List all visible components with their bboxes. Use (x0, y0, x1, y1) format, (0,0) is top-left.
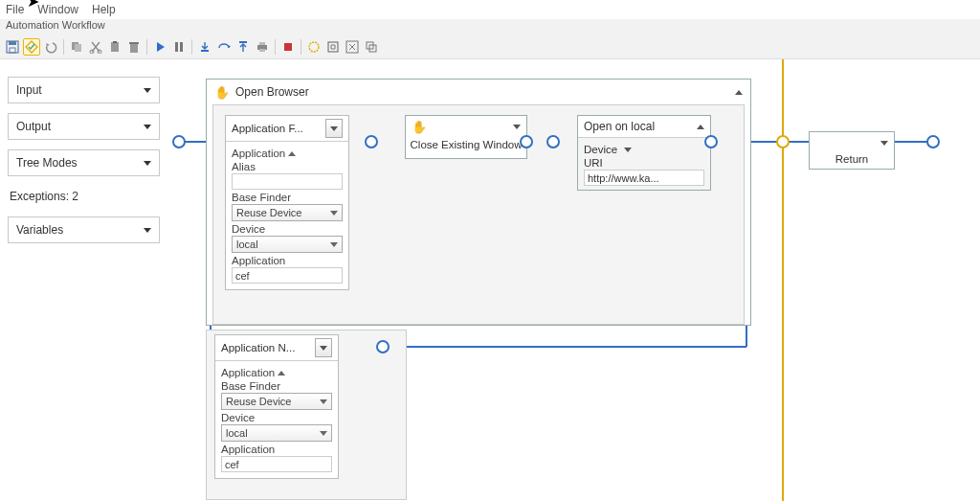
device-select[interactable]: local (221, 424, 332, 442)
base-finder-label: Base Finder (221, 380, 332, 392)
chevron-down-icon (144, 228, 151, 233)
workflow-canvas[interactable]: ✋Open Browser Application F... Applicati… (167, 59, 980, 501)
svg-rect-21 (284, 43, 292, 51)
svg-rect-11 (129, 42, 139, 44)
svg-rect-8 (111, 42, 119, 52)
delete-icon[interactable] (125, 38, 143, 56)
reuse-device-select[interactable]: Reuse Device (221, 393, 332, 410)
base-finder-label: Base Finder (232, 192, 343, 203)
uri-label: URI (584, 157, 704, 169)
application-input[interactable]: cef (221, 456, 332, 472)
step-out-icon[interactable] (234, 38, 252, 56)
step-over-icon[interactable] (215, 38, 233, 56)
svg-rect-14 (180, 42, 183, 52)
device-label: Device (584, 144, 704, 155)
menu-bar: File Window Help (0, 0, 980, 19)
in-port[interactable] (172, 135, 186, 148)
application-label: Application (232, 148, 343, 159)
stop-icon[interactable] (279, 38, 297, 56)
open-on-local-node[interactable]: Open on local Device URI http://www.ka..… (577, 115, 711, 191)
step-into-icon[interactable] (196, 38, 213, 56)
play-icon[interactable] (151, 38, 168, 56)
chevron-down-icon (144, 88, 151, 93)
alias-input[interactable] (232, 173, 343, 190)
device-label: Device (221, 412, 332, 423)
port[interactable] (546, 135, 560, 148)
port[interactable] (376, 340, 390, 353)
dropdown-button[interactable] (315, 338, 332, 357)
out-port[interactable] (926, 135, 940, 148)
svg-rect-17 (239, 41, 247, 43)
application-label: Application (221, 367, 332, 378)
hand-icon: ✋ (214, 86, 230, 99)
validate-icon[interactable] (23, 38, 40, 56)
dropdown-button[interactable] (325, 119, 343, 138)
device-select[interactable]: local (232, 236, 343, 253)
svg-rect-5 (75, 44, 81, 52)
chevron-down-icon (144, 125, 151, 129)
uri-input[interactable]: http://www.ka... (584, 170, 704, 186)
reuse-device-select[interactable]: Reuse Device (232, 204, 343, 221)
close-existing-window-node[interactable]: ✋ Close Existing Window (405, 115, 527, 159)
alias-label: Alias (232, 161, 343, 172)
open-browser-panel[interactable]: ✋Open Browser Application F... Applicati… (206, 79, 751, 326)
node-label: Close Existing Window (406, 137, 526, 154)
port[interactable] (365, 135, 378, 148)
port[interactable] (520, 135, 533, 148)
panel-title: Open Browser (235, 85, 309, 99)
undo-icon[interactable] (42, 38, 59, 56)
application2-label: Application (232, 255, 343, 266)
sidebar-output[interactable]: Output (8, 113, 160, 140)
application-n-group[interactable]: Application N... Application Base Finder… (214, 334, 339, 479)
svg-rect-1 (9, 41, 16, 45)
save-icon[interactable] (4, 38, 21, 56)
collapse-icon[interactable] (697, 125, 704, 129)
subheader-title: Automation Workflow (0, 19, 980, 34)
paste-icon[interactable] (106, 38, 123, 56)
sidebar-input[interactable]: Input (8, 77, 160, 103)
zoom-fit-icon[interactable] (324, 38, 342, 56)
expand-icon[interactable] (344, 38, 361, 56)
duplicate-icon[interactable] (363, 38, 380, 56)
application-f-group[interactable]: Application F... Application Alias Base … (225, 115, 349, 290)
svg-rect-13 (175, 42, 178, 52)
chevron-down-icon (144, 161, 151, 166)
device-label: Device (232, 223, 343, 235)
copy-icon[interactable] (68, 38, 85, 56)
toolbar-separator (191, 39, 192, 55)
merge-port[interactable] (776, 135, 790, 148)
chevron-down-icon[interactable] (513, 125, 521, 129)
toolbar-separator (301, 39, 301, 55)
sidebar-exceptions: Exceptions: 2 (8, 186, 160, 207)
node-title: Open on local (584, 120, 655, 133)
toolbar-separator (63, 39, 64, 55)
cut-icon[interactable] (87, 38, 104, 56)
sidebar-tree-modes[interactable]: Tree Modes (8, 149, 160, 176)
sidebar-variables[interactable]: Variables (8, 216, 160, 243)
menu-window[interactable]: Window (37, 3, 78, 16)
svg-rect-15 (201, 50, 209, 52)
svg-rect-10 (130, 44, 138, 53)
pause-icon[interactable] (170, 38, 188, 56)
svg-rect-23 (328, 42, 338, 52)
menu-file[interactable]: File (6, 3, 24, 16)
breakpoint-icon[interactable] (305, 38, 323, 56)
lower-branch-panel: Application N... Application Base Finder… (206, 330, 407, 500)
svg-point-22 (309, 42, 319, 52)
svg-rect-19 (259, 42, 265, 45)
collapse-icon[interactable] (735, 90, 743, 95)
sidebar: Input Output Tree Modes Exceptions: 2 Va… (0, 59, 167, 501)
hand-icon: ✋ (412, 121, 427, 133)
svg-rect-9 (113, 41, 117, 43)
node-label: Return (810, 153, 894, 169)
menu-help[interactable]: Help (92, 3, 116, 16)
chevron-down-icon[interactable] (880, 141, 888, 146)
application2-label: Application (221, 444, 332, 455)
svg-marker-12 (157, 42, 165, 52)
return-node[interactable]: Return (809, 131, 895, 170)
svg-rect-20 (259, 49, 265, 52)
toolbar-separator (146, 39, 147, 55)
port[interactable] (704, 135, 718, 148)
print-icon[interactable] (254, 38, 271, 56)
application-input[interactable]: cef (232, 267, 343, 284)
